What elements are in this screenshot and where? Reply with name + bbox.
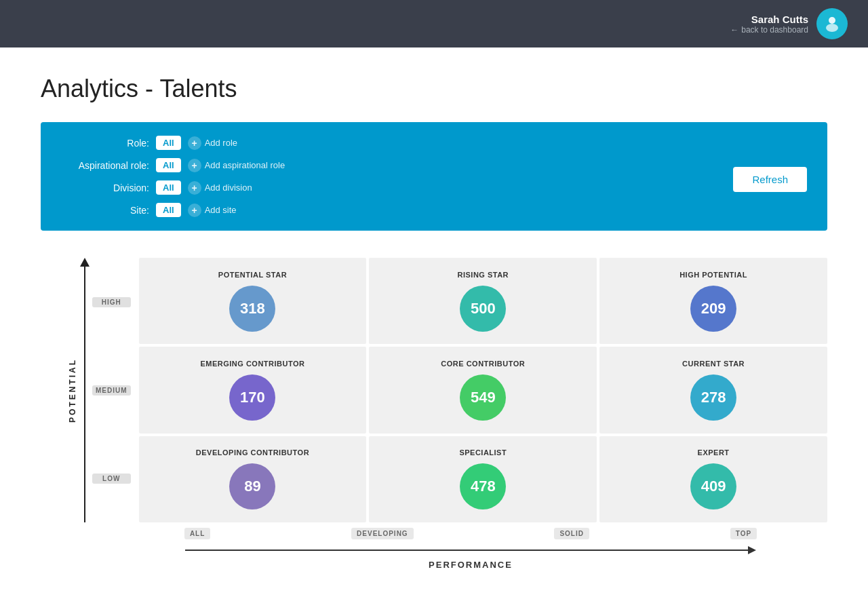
grid-cell-8[interactable]: EXPERT 409 [599,436,827,522]
y-level-high: HIGH [92,297,131,307]
topnav: Sarah Cutts ← back to dashboard [0,0,868,47]
x-axis-area: ALL DEVELOPING SOLID TOP PERFORMANCE [68,528,827,570]
add-site-icon: + [188,204,201,217]
add-role-button[interactable]: + Add role [188,136,237,150]
cell-title-1: RISING STAR [457,271,509,279]
cell-title-8: EXPERT [698,448,730,457]
grid-cell-4[interactable]: CORE CONTRIBUTOR 549 [369,347,597,433]
cell-circle-8: 409 [690,463,736,509]
svg-point-1 [826,24,838,32]
cell-circle-1: 500 [460,286,506,332]
x-axis-arrow-head [748,546,756,554]
cell-title-6: DEVELOPING CONTRIBUTOR [196,448,309,457]
x-labels: ALL DEVELOPING SOLID TOP [114,528,827,539]
filter-bar: Role: All + Add role Aspirational role: … [41,122,827,231]
user-info: Sarah Cutts ← back to dashboard [730,14,808,35]
y-level-low: LOW [92,474,131,484]
add-aspirational-icon: + [188,159,201,172]
grid-cell-5[interactable]: CURRENT STAR 278 [599,347,827,433]
x-label-all: ALL [184,528,210,539]
cell-circle-2: 209 [690,286,736,332]
page-content: Analytics - Talents Role: All + Add role… [0,47,868,597]
cell-title-3: EMERGING CONTRIBUTOR [200,360,304,368]
chart-wrapper: POTENTIAL HIGH MEDIUM LOW POTENTIAL STAR… [68,258,827,522]
role-label: Role: [61,138,149,149]
aspirational-value[interactable]: All [156,158,181,172]
grid-cell-0[interactable]: POTENTIAL STAR 318 [139,258,367,344]
page-title: Analytics - Talents [41,75,827,103]
back-arrow-icon: ← [730,25,738,35]
y-axis-line [84,267,85,522]
refresh-button[interactable]: Refresh [733,167,807,192]
cell-circle-0: 318 [229,286,275,332]
site-value[interactable]: All [156,203,181,217]
cell-circle-5: 278 [690,374,736,421]
cell-title-0: POTENTIAL STAR [218,271,287,279]
cell-title-2: HIGH POTENTIAL [679,271,747,279]
division-value[interactable]: All [156,180,181,195]
grid-cell-6[interactable]: DEVELOPING CONTRIBUTOR 89 [139,436,367,522]
role-filter-row: Role: All + Add role [61,136,285,150]
x-axis-arrow-row [185,546,756,554]
user-name: Sarah Cutts [751,14,808,25]
x-axis-line [185,550,748,551]
avatar[interactable] [816,8,848,39]
add-aspirational-button[interactable]: + Add aspirational role [188,159,285,172]
x-label-developing: DEVELOPING [351,528,414,539]
aspirational-label: Aspirational role: [61,160,149,171]
y-levels: HIGH MEDIUM LOW [92,258,131,522]
grid-cell-1[interactable]: RISING STAR 500 [369,258,597,344]
add-division-icon: + [188,181,201,195]
cell-title-5: CURRENT STAR [682,360,745,368]
division-filter-row: Division: All + Add division [61,180,285,195]
x-label-solid: SOLID [554,528,589,539]
add-site-button[interactable]: + Add site [188,204,237,217]
cell-circle-3: 170 [229,374,275,421]
y-axis-arrow-head [80,258,90,267]
grid-cell-7[interactable]: SPECIALIST 478 [369,436,597,522]
add-role-icon: + [188,136,201,150]
site-filter-row: Site: All + Add site [61,203,285,217]
x-label-top: TOP [730,528,757,539]
cell-circle-6: 89 [229,463,275,509]
grid-container: POTENTIAL STAR 318 RISING STAR 500 HIGH … [139,258,827,522]
division-label: Division: [61,182,149,193]
chart-area: POTENTIAL HIGH MEDIUM LOW POTENTIAL STAR… [41,258,827,570]
svg-point-0 [829,17,835,24]
filter-rows: Role: All + Add role Aspirational role: … [61,136,285,217]
talent-grid: POTENTIAL STAR 318 RISING STAR 500 HIGH … [139,258,827,522]
role-value[interactable]: All [156,136,181,150]
cell-title-4: CORE CONTRIBUTOR [441,360,525,368]
add-division-button[interactable]: + Add division [188,181,252,195]
grid-cell-2[interactable]: HIGH POTENTIAL 209 [599,258,827,344]
cell-circle-7: 478 [460,463,506,509]
grid-cell-3[interactable]: EMERGING CONTRIBUTOR 170 [139,347,367,433]
cell-title-7: SPECIALIST [459,448,507,457]
y-axis-label: POTENTIAL [68,358,77,423]
y-level-medium: MEDIUM [92,385,131,396]
avatar-initial [823,13,842,35]
cell-circle-4: 549 [460,374,506,421]
x-axis-label: PERFORMANCE [429,560,513,570]
aspirational-filter-row: Aspirational role: All + Add aspirationa… [61,158,285,172]
back-to-dashboard[interactable]: ← back to dashboard [730,25,808,35]
site-label: Site: [61,205,149,216]
